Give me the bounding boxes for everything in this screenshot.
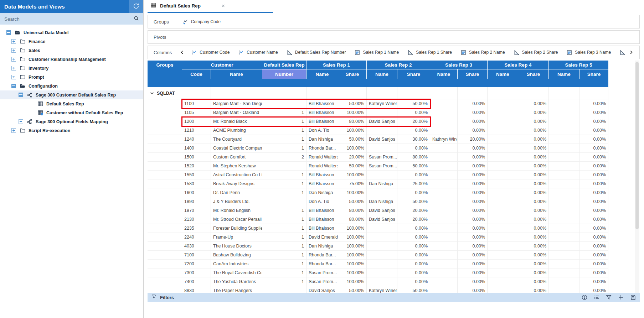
column-chip-customer-name[interactable]: Customer Name	[238, 49, 278, 56]
table-row-1600[interactable]: 1600Dr. Dan Penn1Dan Nishiga100.00%0.00%…	[148, 188, 608, 197]
table-row-7400[interactable]: 7400The Yoshida Gardens1Susan Prom...100…	[148, 277, 608, 286]
vertical-scrollbar[interactable]	[635, 61, 639, 293]
column-chip-customer-code[interactable]: Customer Code	[191, 49, 230, 56]
scrollbar-thumb[interactable]	[635, 62, 639, 229]
table-row-1210[interactable]: 1210ACME Plumbing1Don A. Tio100.00%0.00%…	[148, 126, 608, 135]
collapse-toggle-icon[interactable]	[11, 84, 16, 88]
alert-circle-button[interactable]	[581, 294, 588, 301]
group-chip-company-code[interactable]: Company Code	[182, 19, 221, 25]
list-icon	[566, 49, 572, 56]
cell-sr1-share: 50.00%	[338, 286, 367, 293]
header-group-customer[interactable]: Customer	[182, 61, 262, 69]
expand-toggle-icon[interactable]	[11, 66, 16, 71]
cell-sr4-share: 0.00%	[518, 197, 549, 206]
search-input[interactable]: Search	[0, 13, 143, 25]
tab-close-icon[interactable]	[221, 4, 225, 8]
sidebar-item-script-re-execution[interactable]: Script Re-execution	[0, 126, 143, 135]
header-group-sales-rep-5[interactable]: Sales Rep 5	[549, 61, 608, 69]
header-col-sr2-share[interactable]: Share	[397, 69, 430, 79]
table-row-7100[interactable]: 7100Bashaw Bulldozing1Rhonda Bar...100.0…	[148, 251, 608, 260]
expand-toggle-icon[interactable]	[11, 48, 16, 53]
columns-scroll-right-button[interactable]	[629, 50, 634, 55]
header-col-sr4-share[interactable]: Share	[518, 69, 549, 79]
header-col-sr5-share[interactable]: Share	[579, 69, 608, 79]
header-col-sr2-name[interactable]: Name	[367, 69, 397, 79]
header-col-sr1-name[interactable]: Name	[306, 69, 338, 79]
header-col-sr1-share[interactable]: Share	[338, 69, 367, 79]
table-row-1580[interactable]: 1580Break-Away Designs1Bill Bhaisson75.0…	[148, 179, 608, 188]
column-chip-default-sales-rep-number[interactable]: Default Sales Rep Number	[287, 49, 346, 56]
column-chip-sales-rep-1-name[interactable]: Sales Rep 1 Name	[354, 49, 399, 56]
expand-toggle-icon[interactable]	[11, 128, 16, 133]
collapse-toggle-icon[interactable]	[6, 30, 11, 35]
header-col-sr3-name[interactable]: Name	[430, 69, 458, 79]
line-options-button[interactable]	[593, 294, 600, 301]
table-row-1520[interactable]: 1520Mr. Stephen KershawRonald Walters50.…	[148, 162, 608, 171]
column-chip-sales-rep-2-share[interactable]: Sales Rep 2 Share	[514, 49, 558, 56]
refresh-button[interactable]	[129, 0, 143, 13]
header-group-sales-rep-1[interactable]: Sales Rep 1	[306, 61, 367, 69]
header-col-sr3-share[interactable]: Share	[458, 69, 488, 79]
table-row-1500[interactable]: 1500Custom Comfort2Ronald Walters20.00%S…	[148, 153, 608, 162]
header-col-code[interactable]: Code	[182, 69, 211, 79]
tab-default-sales-rep[interactable]: Default Sales Rep	[148, 0, 273, 13]
column-chip-sales-rep-3-share[interactable]: Sales Rep 3 Share	[619, 49, 625, 56]
table-row-2130[interactable]: 2130Mr. Stroud Oscar Persall1Bill Bhaiss…	[148, 215, 608, 224]
filter-funnel-button[interactable]	[606, 294, 612, 301]
table-row-7200[interactable]: 7200CanAm Industries1Rhonda Bar...100.00…	[148, 260, 608, 269]
add-button[interactable]	[618, 294, 624, 301]
cell-number: 1	[262, 117, 306, 126]
table-row-8830[interactable]: 8830The Paper HangersDavid Sanjos50.00%K…	[148, 286, 608, 293]
table-row-2235[interactable]: 2235Forester Building Supplies1Bill Bhai…	[148, 224, 608, 233]
header-group-groups[interactable]: Groups	[148, 61, 182, 69]
table-row-1400[interactable]: 1400Coastal Electric Company1Rhonda Bar.…	[148, 144, 608, 153]
header-col-name[interactable]: Name	[211, 69, 262, 79]
table-row-1550[interactable]: 1550Astral Construction Co Ltd.1Bill Bha…	[148, 171, 608, 179]
cell-sr2-share: 0.00%	[397, 224, 430, 233]
table-row-1890[interactable]: 1890J & Y Builders Ltd.Don A. Tio50.00%D…	[148, 197, 608, 206]
cell-sr5-share: 0.00%	[579, 117, 608, 126]
sidebar-item-sales[interactable]: Sales	[0, 46, 143, 55]
save-button[interactable]	[630, 294, 636, 301]
sidebar-item-configuration[interactable]: Configuration	[0, 82, 143, 90]
column-chip-sales-rep-3-name[interactable]: Sales Rep 3 Name	[566, 49, 611, 56]
cell-sr3-share: 0.00%	[458, 269, 488, 277]
cell-sr5-name	[549, 286, 579, 293]
sidebar-item-sage-300-optional-fields-mapping[interactable]: Sage 300 Optional Fields Mapping	[0, 117, 143, 126]
expand-toggle-icon[interactable]	[11, 75, 16, 79]
expand-toggle-icon[interactable]	[11, 57, 16, 62]
sidebar-item-default-sales-rep[interactable]: Default Sales Rep	[0, 99, 143, 108]
sidebar-item-prompt[interactable]: Prompt	[0, 73, 143, 82]
collapse-toggle-icon[interactable]	[19, 93, 23, 97]
columns-scroll-left-button[interactable]	[180, 50, 185, 55]
header-group-sales-rep-3[interactable]: Sales Rep 3	[430, 61, 488, 69]
table-row-1970[interactable]: 1970Mr. Ronald English1Bill Bhaisson80.0…	[148, 206, 608, 215]
sidebar-item-sage-300-customer-default-sales-rep[interactable]: Sage 300 Customer Default Sales Rep	[0, 90, 143, 99]
expand-toggle-icon[interactable]	[19, 119, 23, 124]
table-row-4030[interactable]: 4030The House Doctors1Dan Nishiga100.00%…	[148, 242, 608, 251]
table-row-1100[interactable]: 1100Bargain Mart - San DiegoBill Bhaisso…	[148, 99, 608, 108]
header-group-sales-rep-4[interactable]: Sales Rep 4	[488, 61, 549, 69]
sidebar-item-inventory[interactable]: Inventory	[0, 64, 143, 73]
header-col-sr5-name[interactable]: Name	[549, 69, 579, 79]
header-col-sr4-name[interactable]: Name	[488, 69, 518, 79]
table-row-1240[interactable]: 1240The Courtyard1Dan Nishiga50.00%David…	[148, 135, 608, 144]
table-row-7300[interactable]: 7300The Royal Cavendish Co.1Susan Prom..…	[148, 269, 608, 277]
group-row-sqldat[interactable]: SQLDAT	[148, 87, 608, 99]
table-row-1200[interactable]: 1200Mr. Ronald Black1Bill Bhaisson80.00%…	[148, 117, 608, 126]
row-groups-cell	[148, 286, 182, 293]
header-group-sales-rep-2[interactable]: Sales Rep 2	[367, 61, 430, 69]
sidebar-item-finance[interactable]: Finance	[0, 37, 143, 46]
sidebar-item-customer-relationship-management[interactable]: Customer Relationship Management	[0, 55, 143, 64]
column-chip-sales-rep-1-share[interactable]: Sales Rep 1 Share	[407, 49, 452, 56]
table-row-2240[interactable]: 2240Frame-Up1David Emerald100.00%0.00%0.…	[148, 233, 608, 242]
cell-sr4-share: 0.00%	[518, 215, 549, 224]
sidebar-item-universal-data-model[interactable]: Universal Data Model	[0, 28, 143, 37]
column-chip-sales-rep-2-name[interactable]: Sales Rep 2 Name	[460, 49, 505, 56]
header-group-default-sales-rep[interactable]: Default Sales Rep	[262, 61, 306, 69]
expand-toggle-icon[interactable]	[11, 39, 16, 44]
header-col-number[interactable]: Number	[262, 69, 306, 79]
table-row-1105[interactable]: 1105Bargain Mart - Oakland1Bill Bhaisson…	[148, 108, 608, 117]
cell-code: 1100	[182, 99, 211, 108]
sidebar-item-customer-without-default-sales-rep[interactable]: Customer without Default Sales Rep	[0, 108, 143, 117]
